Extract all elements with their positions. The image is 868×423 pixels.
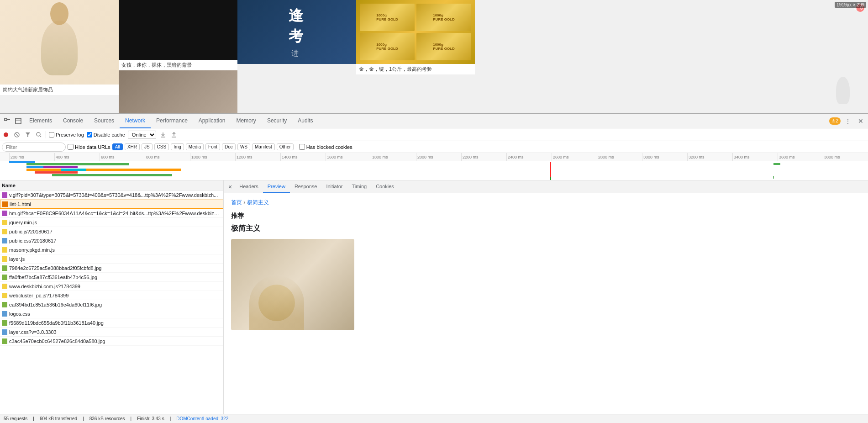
ruler-mark-1000: 1000 ms <box>190 153 235 161</box>
svg-point-8 <box>37 132 40 136</box>
filter-font-btn[interactable]: Font <box>205 143 220 150</box>
status-finish: Finish: 3.43 s <box>137 416 164 421</box>
filter-toggle-btn[interactable] <box>24 131 32 139</box>
file-name-publiccss: public.css?20180617 <box>9 238 221 243</box>
filter-ws-btn[interactable]: WS <box>237 143 250 150</box>
css-icon-2 <box>2 311 7 317</box>
filter-bar: Hide data URLs All XHR JS CSS Img Media … <box>0 141 868 153</box>
filter-css-btn[interactable]: CSS <box>154 143 169 150</box>
file-item-img3[interactable]: eaf394bd1c851a536b16e4da60cf11f6.jpg <box>0 300 223 309</box>
filter-input[interactable] <box>2 143 66 152</box>
file-item-jquery[interactable]: jquery.min.js <box>0 218 223 227</box>
tab-elements[interactable]: Elements <box>24 114 58 128</box>
filter-other-btn[interactable]: Other <box>277 143 294 150</box>
record-btn[interactable] <box>2 131 10 139</box>
file-item-deskbizhi[interactable]: www.deskbizhi.com.js?1784399 <box>0 282 223 291</box>
filter-img-btn[interactable]: Img <box>171 143 184 150</box>
disable-cache-input[interactable] <box>87 132 92 137</box>
warning-badge[interactable]: ⚠ 2 <box>829 117 841 125</box>
preview-tab-response[interactable]: Response <box>290 180 322 193</box>
toolbar-divider-1 <box>46 131 46 138</box>
hide-data-urls-checkbox[interactable]: Hide data URLs <box>68 144 110 150</box>
section-subtitle-minimalism: 极简主义 <box>231 224 861 233</box>
tab-console[interactable]: Console <box>58 114 89 128</box>
disable-cache-checkbox[interactable]: Disable cache <box>87 132 125 137</box>
status-requests: 55 requests <box>4 416 27 421</box>
tab-network[interactable]: Network <box>120 114 151 128</box>
tab-performance[interactable]: Performance <box>151 114 193 128</box>
status-dom-content[interactable]: DOMContentLoaded: 322 <box>176 416 228 421</box>
ruler-mark-2200: 2200 ms <box>461 153 506 161</box>
close-devtools-icon[interactable]: ✕ <box>855 116 866 127</box>
file-item-img5[interactable]: c3ac45e70ecb0c64527e826c84d0a580.jpg <box>0 337 223 346</box>
filter-all-btn[interactable]: All <box>112 143 123 150</box>
file-item-layercss[interactable]: layer.css?v=3.0.3303 <box>0 328 223 337</box>
file-item-vgif[interactable]: v.gif?pid=307&type=3075&l=5730&t=400&s=5… <box>0 190 223 200</box>
file-item-img4[interactable]: f5689d119bdc655da9b0f11b36181a40.jpg <box>0 318 223 328</box>
status-divider-4: | <box>170 416 171 421</box>
img-icon-1 <box>2 265 7 271</box>
preview-content: 首页 › 极简主义 推荐 极简主义 <box>224 193 868 414</box>
preview-tab-initiator[interactable]: Initiator <box>321 180 347 193</box>
ruler-mark-2800: 2800 ms <box>597 153 642 161</box>
dock-icon[interactable] <box>13 116 24 127</box>
file-name-webcluster: webcluster_pc.js?1784399 <box>9 293 221 298</box>
img-icon-2 <box>2 275 7 280</box>
clear-btn[interactable] <box>13 131 21 139</box>
preview-close-btn[interactable]: × <box>226 183 235 190</box>
file-name-list1html: list-1.html <box>10 201 221 207</box>
file-name-hmgif: hm.gif?hca=F0E8C9E6034A11A4&cc=1&ck=1&cl… <box>9 211 221 216</box>
ruler-mark-3200: 3200 ms <box>687 153 732 161</box>
filter-js-btn[interactable]: JS <box>142 143 153 150</box>
file-item-hmgif[interactable]: hm.gif?hca=F0E8C9E6034A11A4&cc=1&ck=1&cl… <box>0 209 223 218</box>
preview-tab-preview[interactable]: Preview <box>263 180 290 193</box>
file-item-publiccss[interactable]: public.css?20180617 <box>0 236 223 245</box>
preserve-log-input[interactable] <box>49 132 54 137</box>
tab-application[interactable]: Application <box>193 114 231 128</box>
throttle-select[interactable]: Online <box>128 131 156 139</box>
file-name-img3: eaf394bd1c851a536b16e4da60cf11f6.jpg <box>9 302 221 307</box>
preview-tab-cookies[interactable]: Cookies <box>371 180 399 193</box>
filter-media-btn[interactable]: Media <box>186 143 204 150</box>
import-btn[interactable] <box>159 131 167 139</box>
breadcrumb-current[interactable]: 极简主义 <box>247 199 269 206</box>
breadcrumb: 首页 › 极简主义 <box>231 199 861 206</box>
preview-tab-headers[interactable]: Headers <box>235 180 263 193</box>
img-icon-5 <box>2 338 7 344</box>
network-toolbar: Preserve log Disable cache Online <box>0 128 868 141</box>
tab-security[interactable]: Security <box>262 114 292 128</box>
css-icon-1 <box>2 238 7 243</box>
export-btn[interactable] <box>170 131 178 139</box>
file-list-header: Name <box>0 180 223 190</box>
file-item-logoscss[interactable]: logos.css <box>0 309 223 318</box>
tab-audits[interactable]: Audits <box>292 114 318 128</box>
timeline-bars[interactable] <box>0 161 868 180</box>
ruler-mark-800: 800 ms <box>145 153 190 161</box>
file-item-layerjs[interactable]: layer.js <box>0 254 223 264</box>
filter-doc-btn[interactable]: Doc <box>222 143 236 150</box>
js-icon-4 <box>2 256 7 262</box>
blocked-cookies-checkbox[interactable]: Has blocked cookies <box>299 144 352 150</box>
tab-sources[interactable]: Sources <box>89 114 120 128</box>
filter-xhr-btn[interactable]: XHR <box>125 143 140 150</box>
file-item-img1[interactable]: 7984e2c6725ac5e088bbad2f05fcbfd8.jpg <box>0 264 223 273</box>
filter-manifest-btn[interactable]: Manifest <box>252 143 275 150</box>
inspect-icon[interactable] <box>2 116 13 127</box>
js-icon-2 <box>2 229 7 234</box>
preview-tab-timing[interactable]: Timing <box>347 180 372 193</box>
tab-memory[interactable]: Memory <box>231 114 262 128</box>
timeline-ruler: 200 ms 400 ms 600 ms 800 ms 1000 ms 1200… <box>0 153 868 161</box>
breadcrumb-home[interactable]: 首页 <box>231 199 242 206</box>
web-card-3: 逢 考 进 30 <box>237 0 356 113</box>
vase-image <box>0 0 119 85</box>
file-item-list1html[interactable]: list-1.html <box>0 200 223 209</box>
file-item-img2[interactable]: ffa0fbef7bc5a87cf5361eafb47b4c56.jpg <box>0 273 223 282</box>
file-item-webcluster[interactable]: webcluster_pc.js?1784399 <box>0 291 223 300</box>
file-name-img1: 7984e2c6725ac5e088bbad2f05fcbfd8.jpg <box>9 265 221 271</box>
file-item-publicjs[interactable]: public.js?20180617 <box>0 227 223 236</box>
file-item-masonry[interactable]: masonry.pkgd.min.js <box>0 245 223 254</box>
more-icon[interactable]: ⋮ <box>842 116 853 127</box>
preserve-log-checkbox[interactable]: Preserve log <box>49 132 84 137</box>
js-icon-1 <box>2 220 7 225</box>
search-btn[interactable] <box>35 131 43 139</box>
